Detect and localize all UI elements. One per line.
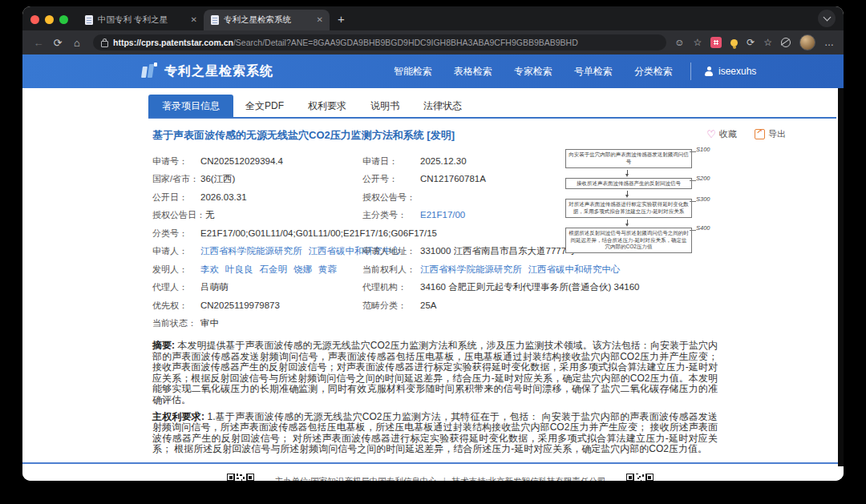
field-label: 主分类号：: [362, 209, 420, 221]
browser-window: 中国专利 专利之星 ✕ 专利之星检索系统 ✕ + ← ⟳ ⌂ https://c…: [22, 6, 844, 481]
agency: 34160 合肥正则元起专利代理事务所(普通合伙) 34160: [420, 281, 640, 293]
page-viewport: 专利之星检索系统 智能检索 表格检索 专家检索 号单检索 分类检索 iseexu…: [22, 54, 844, 481]
flowchart-box: 向安装于盐穴内部的声表面波传感器发送射频询问信号: [565, 149, 692, 168]
lock-icon: [101, 41, 108, 47]
url-text: https://cprs.patentstar.com.cn/Search/De…: [113, 38, 578, 47]
footer-support: 技术支持:北京新发智信科技有限责任公司: [452, 476, 606, 481]
page-favicon-icon: [211, 15, 219, 25]
site-logo[interactable]: 专利之星检索系统: [140, 62, 273, 80]
field-label: 当前状态：: [152, 317, 200, 329]
tab-search-button[interactable]: [818, 10, 836, 27]
page-scrollbar[interactable]: [838, 88, 844, 466]
inventor-link[interactable]: 叶良良: [225, 264, 253, 276]
sync-icon[interactable]: ⟳: [747, 38, 755, 47]
field-row: 当前状态：审中: [152, 315, 718, 333]
main-class-link[interactable]: E21F17/00: [420, 210, 465, 220]
nav-smart-search[interactable]: 智能检索: [394, 65, 432, 79]
new-tab-button[interactable]: +: [330, 12, 353, 30]
flowchart-step-tag: S100: [696, 146, 710, 153]
abstract-label: 摘要:: [152, 340, 175, 351]
share-icon[interactable]: [781, 38, 791, 47]
site-header: 专利之星检索系统 智能检索 表格检索 专家检索 号单检索 分类检索 iseexu…: [22, 54, 844, 88]
browser-tab-bar: 中国专利 专利之星 ✕ 专利之星检索系统 ✕ +: [22, 6, 844, 30]
nav-number-search[interactable]: 号单检索: [574, 65, 613, 79]
pink-extension-icon[interactable]: [710, 37, 722, 48]
owner-link[interactable]: 江西省碳中和研究中心: [528, 264, 621, 276]
inventor-link[interactable]: 黄蓉: [318, 264, 337, 276]
browser-tab-2-active[interactable]: 专利之星检索系统 ✕: [204, 10, 330, 30]
close-tab-icon[interactable]: ✕: [317, 16, 323, 24]
flowchart-arrow-icon: [627, 220, 628, 224]
field-label: 申请人：: [152, 245, 200, 257]
export-button[interactable]: 导出: [755, 128, 786, 140]
grant-date: 无: [205, 209, 215, 221]
field-label: 授权公告日：: [152, 209, 205, 221]
lightbulb-icon[interactable]: [730, 39, 738, 46]
back-button[interactable]: ←: [30, 37, 47, 49]
flowchart-step-tag: S200: [696, 175, 710, 182]
tab-description[interactable]: 说明书: [358, 95, 411, 117]
field-row: 代理人：吕萌萌 代理机构：34160 合肥正则元起专利代理事务所(普通合伙) 3…: [152, 279, 718, 297]
footer-text: 主办单位:国家知识产权局中国专利信息中心|技术支持:北京新发智信科技有限责任公司…: [254, 475, 626, 481]
browser-tab-1[interactable]: 中国专利 专利之星 ✕: [78, 10, 204, 30]
favorite-button[interactable]: ♡收藏: [706, 128, 737, 140]
field-label: 国家/省市：: [152, 173, 200, 185]
user-menu[interactable]: iseexuhs: [704, 66, 756, 77]
field-label: 公开号：: [362, 173, 420, 185]
minimize-window-button[interactable]: [45, 15, 54, 24]
profile-avatar[interactable]: [799, 34, 815, 50]
reload-button[interactable]: ⟳: [50, 37, 66, 49]
applicant-address: 331000 江西省南昌市昌东大道7777号: [420, 245, 576, 257]
main-claim-paragraph: 主权利要求: 1.基于声表面波传感的无源无线盐穴CO2压力监测方法，其特征在于，…: [152, 412, 718, 455]
flowchart-box: 对所述声表面波传感器进行标定实验获得延时变化数据，采用多项式拟合算法建立压力-延…: [565, 199, 692, 218]
close-window-button[interactable]: [30, 15, 39, 24]
nav-table-search[interactable]: 表格检索: [454, 65, 492, 79]
home-button[interactable]: ⌂: [69, 37, 85, 49]
claim-text: 1.基于声表面波传感的无源无线盐穴CO2压力监测方法，其特征在于，包括： 向安装…: [152, 411, 718, 455]
flowchart-step: 向安装于盐穴内部的声表面波传感器发送射频询问信号 S100: [565, 149, 719, 168]
abstract-text: 本发明提供基于声表面波传感的无源无线盐穴CO2压力监测方法和系统，涉及压力监测技…: [152, 340, 718, 405]
application-number: CN202512029394.4: [200, 156, 283, 166]
inventor-link[interactable]: 饶娜: [293, 264, 312, 276]
zoom-window-button[interactable]: [59, 15, 68, 24]
owner-link[interactable]: 江西省科学院能源研究所: [420, 264, 522, 276]
claim-label: 主权利要求:: [152, 411, 204, 422]
export-icon: [755, 129, 765, 139]
tab-legal-status[interactable]: 法律状态: [411, 95, 474, 117]
tab-claims[interactable]: 权利要求: [296, 95, 358, 117]
flowchart-step-tag: S400: [696, 224, 710, 232]
nav-class-search[interactable]: 分类检索: [634, 65, 673, 79]
tab-fulltext-pdf[interactable]: 全文PDF: [233, 95, 296, 117]
address-bar[interactable]: https://cprs.patentstar.com.cn/Search/De…: [93, 34, 666, 50]
inventor-link[interactable]: 石金明: [260, 264, 288, 276]
inventor-link[interactable]: 李欢: [200, 264, 219, 276]
site-logo-text: 专利之星检索系统: [164, 63, 273, 80]
field-label: 申请人地址：: [362, 245, 420, 257]
field-label: 申请日：: [362, 155, 420, 167]
more-menu-icon[interactable]: …: [824, 38, 834, 47]
publication-date: 2026.03.31: [200, 192, 247, 202]
classification-numbers: E21F17/00;G01L11/04;G01L11/00;E21F17/16;…: [200, 228, 437, 238]
patent-detail: 著录项目信息 全文PDF 权利要求 说明书 法律状态 基于声表面波传感的无源无线…: [22, 88, 718, 455]
flowchart-box: 接收所述声表面波传感器产生的反射回波信号: [565, 178, 692, 190]
field-label: 范畴分类：: [362, 300, 420, 312]
document-tabs: 著录项目信息 全文PDF 权利要求 说明书 法律状态: [148, 95, 718, 117]
main-nav: 智能检索 表格检索 专家检索 号单检索 分类检索: [394, 65, 673, 79]
star-icon[interactable]: ☆: [693, 38, 702, 47]
applicant-link[interactable]: 江西省科学院能源研究所: [200, 245, 302, 257]
region: 36(江西): [200, 173, 235, 185]
qr-code-icon: [626, 474, 654, 481]
toolbar-right-icons: ☺ ☆ ⟳ ☆ …: [674, 34, 836, 50]
field-label: 分类号：: [152, 228, 200, 240]
smiley-face-icon[interactable]: ☺: [674, 38, 684, 47]
flowchart-step: 根据所述反射回波信号与所述射频询问信号之间的时间延迟差异，结合所述压力-延时对应…: [565, 228, 719, 253]
close-tab-icon[interactable]: ✕: [191, 16, 197, 24]
tab-biblio-info[interactable]: 著录项目信息: [148, 95, 233, 117]
field-label: 申请号：: [152, 155, 200, 167]
flowchart-arrow-icon: [627, 191, 628, 195]
category-class: 25A: [420, 300, 436, 310]
nav-expert-search[interactable]: 专家检索: [514, 65, 552, 79]
page-favicon-icon: [85, 15, 93, 25]
bookmark-star-icon[interactable]: ☆: [763, 38, 772, 47]
field-label: 代理机构：: [362, 281, 420, 293]
